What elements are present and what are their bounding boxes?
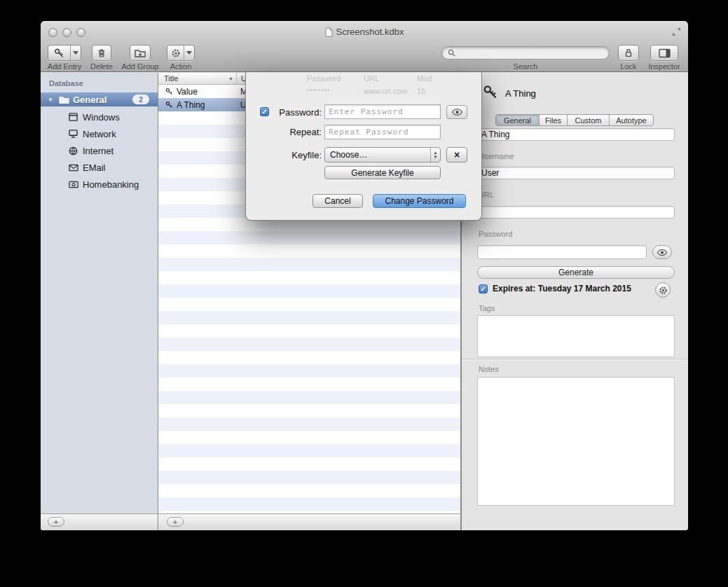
mail-icon: [69, 164, 78, 172]
window-header: Screenshot.kdbx Add Entry Delete: [41, 21, 688, 72]
document-icon: [325, 27, 333, 37]
title-field[interactable]: [477, 128, 675, 141]
close-icon: ×: [454, 149, 460, 160]
lock-button[interactable]: [618, 45, 639, 61]
sort-indicator-icon: ▼: [228, 76, 233, 81]
username-field[interactable]: [477, 167, 675, 179]
dialog-password-input[interactable]: [324, 104, 441, 119]
folder-plus-icon: [135, 48, 146, 58]
cancel-button[interactable]: Cancel: [313, 194, 363, 208]
keyfile-popup-value: Choose…: [325, 150, 430, 160]
window-icon: [69, 113, 78, 121]
entry-title-heading: A Thing: [505, 88, 536, 99]
globe-icon: [69, 146, 78, 156]
change-password-button[interactable]: Change Password: [373, 194, 466, 208]
column-header-title[interactable]: Title ▼: [158, 73, 237, 84]
delete-button[interactable]: [92, 45, 111, 61]
password-field[interactable]: [477, 245, 647, 259]
column-title-text: Title: [164, 74, 178, 83]
check-icon: ✓: [261, 108, 267, 116]
expires-checkbox[interactable]: ✓: [479, 284, 488, 294]
popup-stepper-icon: ▲ ▼: [430, 148, 440, 162]
folder-icon: [59, 95, 69, 104]
generate-keyfile-button[interactable]: Generate Keyfile: [324, 166, 441, 179]
sidebar-item-label: EMail: [83, 163, 106, 173]
inspector-button[interactable]: [650, 45, 678, 61]
inspector-divider: [462, 359, 688, 359]
app-window: Screenshot.kdbx Add Entry Delete: [41, 21, 688, 530]
dialog-password-label: Password:: [271, 107, 322, 118]
dialog-repeat-input[interactable]: [324, 125, 441, 139]
dialog-keyfile-label: Keyfile:: [271, 150, 322, 160]
check-icon: ✓: [480, 285, 486, 293]
sidebar-group-label: General: [73, 95, 107, 105]
generate-password-button[interactable]: Generate: [477, 266, 675, 279]
dialog-show-password-button[interactable]: [446, 105, 467, 119]
show-password-button[interactable]: [652, 245, 672, 259]
obscured-row-url: www.url.com: [364, 87, 407, 95]
chevron-down-icon[interactable]: [184, 46, 194, 60]
add-group-button[interactable]: [130, 45, 151, 61]
row-title: Value: [177, 87, 198, 97]
action-button[interactable]: [167, 45, 195, 61]
list-bottom-bar: +: [158, 513, 460, 530]
password-label: Password: [479, 230, 512, 238]
search-field-input[interactable]: [459, 48, 603, 58]
sidebar-item-internet[interactable]: Internet: [41, 144, 158, 158]
gear-icon: [167, 46, 184, 60]
entry-key-icon: [483, 84, 498, 99]
expiry-gear-button[interactable]: [655, 282, 671, 298]
sidebar-item-label: Internet: [83, 146, 114, 156]
window-title-text: Screenshot.kdbx: [336, 27, 404, 37]
key-icon: [165, 101, 173, 109]
fullscreen-icon[interactable]: [672, 27, 681, 36]
obscured-row-modified: 15: [417, 87, 425, 95]
change-password-dialog: Password URL Mod •••••••• www.url.com 15…: [245, 72, 482, 221]
inspector-panel: A Thing General Files Custom Autotype Us…: [461, 73, 688, 530]
clear-keyfile-button[interactable]: ×: [446, 147, 467, 163]
tab-files[interactable]: Files: [540, 115, 568, 125]
stepper-down-icon: ▼: [434, 155, 438, 159]
sidebar-item-network[interactable]: Network: [41, 127, 158, 141]
network-icon: [69, 130, 78, 138]
password-enable-checkbox[interactable]: ✓: [260, 107, 269, 116]
add-entry-button[interactable]: [48, 45, 81, 61]
action-label: Action: [160, 62, 201, 71]
sidebar-item-label: Windows: [83, 112, 120, 123]
obscured-column-url: URL: [364, 74, 379, 83]
tags-label: Tags: [479, 304, 495, 312]
add-group-label: Add Group: [116, 62, 165, 71]
entry-count-badge: 2: [132, 95, 149, 104]
search-input[interactable]: [441, 46, 610, 60]
sidebar-item-label: Homebanking: [83, 179, 139, 190]
key-icon: [165, 88, 173, 95]
sidebar-item-label: Network: [83, 129, 116, 139]
key-icon: [48, 46, 70, 60]
disclosure-triangle-icon[interactable]: ▼: [48, 97, 53, 103]
search-icon: [448, 49, 455, 57]
gear-icon: [659, 286, 668, 295]
inspector-tabs: General Files Custom Autotype: [495, 114, 654, 126]
add-group-plus-button[interactable]: +: [48, 517, 64, 527]
sidebar-group-general[interactable]: ▼ General 2: [41, 92, 158, 106]
inspector-panel-icon: [659, 48, 671, 58]
notes-field[interactable]: [477, 377, 675, 506]
bank-icon: [69, 181, 78, 188]
expires-label: Expires at: Tuesday 17 March 2015: [493, 284, 631, 294]
keyfile-popup[interactable]: Choose… ▲ ▼: [324, 147, 441, 163]
sidebar-item-email[interactable]: EMail: [41, 160, 158, 174]
tags-field[interactable]: [477, 315, 675, 357]
sidebar-item-windows[interactable]: Windows: [41, 110, 158, 124]
sidebar-item-homebanking[interactable]: Homebanking: [41, 177, 158, 191]
tab-custom[interactable]: Custom: [568, 115, 610, 125]
add-entry-plus-button[interactable]: +: [167, 517, 184, 527]
desktop-background: Screenshot.kdbx Add Entry Delete: [0, 0, 728, 587]
tab-general[interactable]: General: [496, 115, 540, 125]
tab-autotype[interactable]: Autotype: [610, 115, 653, 125]
dialog-repeat-label: Repeat:: [271, 127, 322, 137]
eye-icon: [451, 108, 463, 116]
obscured-column-modified: Mod: [417, 74, 432, 83]
chevron-down-icon[interactable]: [70, 46, 81, 60]
url-field[interactable]: [477, 206, 675, 219]
row-title: A Thing: [177, 100, 205, 110]
